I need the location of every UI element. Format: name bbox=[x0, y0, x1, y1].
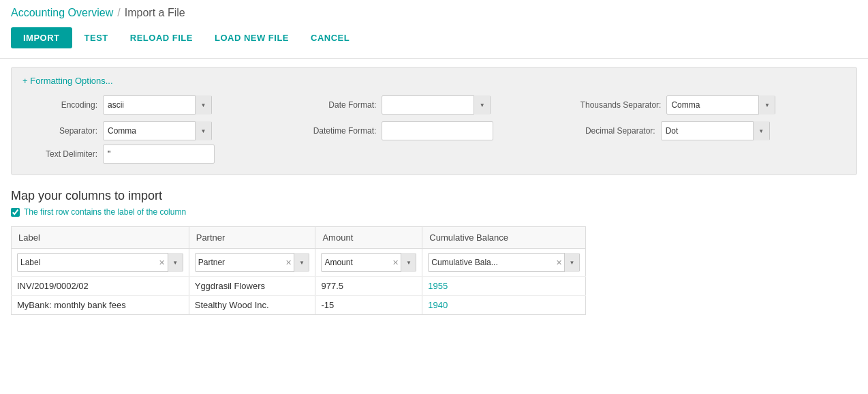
map-columns-title: Map your columns to import bbox=[11, 189, 857, 203]
text-delimiter-input-wrap bbox=[103, 145, 215, 164]
row1-partner: Yggdrasil Flowers bbox=[189, 277, 315, 296]
formatting-panel: + Formatting Options... Encoding: ascii … bbox=[11, 67, 857, 175]
encoding-value: ascii bbox=[104, 100, 195, 110]
page-wrapper: Accounting Overview / Import a File IMPO… bbox=[0, 0, 868, 394]
col-header-partner: Partner bbox=[189, 227, 315, 249]
amount-mapper[interactable]: Amount ✕ bbox=[321, 253, 416, 272]
col-header-amount: Amount bbox=[315, 227, 422, 249]
load-new-file-button[interactable]: LOAD NEW FILE bbox=[205, 27, 298, 48]
toolbar: IMPORT TEST RELOAD FILE LOAD NEW FILE CA… bbox=[11, 25, 857, 54]
table-header-row: Label Partner Amount Cumulative Balance bbox=[12, 227, 586, 249]
label-mapper-value: Label bbox=[18, 258, 157, 267]
cumulative-mapper-value: Cumulative Bala... bbox=[429, 258, 553, 267]
separator-value: Comma bbox=[104, 126, 195, 136]
cumulative-mapper[interactable]: Cumulative Bala... ✕ bbox=[428, 253, 580, 272]
breadcrumb-parent[interactable]: Accounting Overview bbox=[11, 7, 113, 19]
mapper-cell-label: Label ✕ bbox=[12, 249, 189, 277]
encoding-row: Encoding: ascii bbox=[22, 95, 288, 115]
partner-mapper-arrow[interactable] bbox=[294, 253, 309, 272]
breadcrumb-current: Import a File bbox=[125, 7, 185, 19]
breadcrumb-separator: / bbox=[117, 7, 120, 19]
separator-select[interactable]: Comma bbox=[103, 121, 212, 140]
row1-cumulative: 1955 bbox=[422, 277, 586, 296]
first-row-label: The first row contains the label of the … bbox=[24, 207, 186, 217]
encoding-select[interactable]: ascii bbox=[103, 95, 212, 115]
reload-file-button[interactable]: RELOAD FILE bbox=[121, 27, 202, 48]
test-button[interactable]: TEST bbox=[75, 27, 118, 48]
row2-partner: Stealthy Wood Inc. bbox=[189, 296, 315, 315]
cancel-button[interactable]: CANCEL bbox=[301, 27, 359, 48]
mapper-cell-cumulative: Cumulative Bala... ✕ bbox=[422, 249, 586, 277]
first-row-checkbox[interactable] bbox=[11, 208, 20, 217]
thousands-sep-label: Thousands Separator: bbox=[580, 100, 662, 110]
date-format-dropdown-arrow[interactable] bbox=[474, 95, 490, 115]
page-header: Accounting Overview / Import a File IMPO… bbox=[0, 0, 868, 59]
datetime-format-input[interactable] bbox=[382, 122, 493, 140]
table-row: INV/2019/0002/02 Yggdrasil Flowers 977.5… bbox=[12, 277, 586, 296]
row2-amount: -15 bbox=[315, 296, 422, 315]
table-row: MyBank: monthly bank fees Stealthy Wood … bbox=[12, 296, 586, 315]
label-mapper-close[interactable]: ✕ bbox=[157, 253, 168, 272]
text-delimiter-input[interactable] bbox=[104, 145, 214, 163]
datetime-format-input-wrap bbox=[382, 121, 493, 140]
import-table: Label Partner Amount Cumulative Balance … bbox=[11, 226, 586, 315]
formatting-toggle[interactable]: + Formatting Options... bbox=[22, 76, 113, 86]
row1-label: INV/2019/0002/02 bbox=[12, 277, 189, 296]
thousands-sep-value: Comma bbox=[667, 100, 758, 110]
amount-mapper-arrow[interactable] bbox=[401, 253, 416, 272]
breadcrumb: Accounting Overview / Import a File bbox=[11, 7, 857, 19]
mapper-cell-partner: Partner ✕ bbox=[189, 249, 315, 277]
thousands-sep-select[interactable]: Comma bbox=[666, 95, 775, 115]
separator-label: Separator: bbox=[22, 126, 97, 136]
separator-row: Separator: Comma bbox=[22, 121, 288, 140]
amount-mapper-close[interactable]: ✕ bbox=[390, 253, 401, 272]
date-format-label: Date Format: bbox=[301, 100, 376, 110]
row2-label: MyBank: monthly bank fees bbox=[12, 296, 189, 315]
row1-cumulative-link[interactable]: 1955 bbox=[428, 281, 448, 291]
label-mapper-arrow[interactable] bbox=[168, 253, 183, 272]
date-format-select[interactable] bbox=[382, 95, 491, 115]
map-columns-section: Map your columns to import The first row… bbox=[0, 183, 868, 326]
import-button[interactable]: IMPORT bbox=[11, 27, 72, 48]
separator-dropdown-arrow[interactable] bbox=[195, 121, 211, 140]
text-delimiter-row: Text Delimiter: bbox=[22, 145, 846, 164]
partner-mapper-value: Partner bbox=[196, 258, 283, 267]
row2-cumulative-link[interactable]: 1940 bbox=[428, 300, 448, 310]
encoding-dropdown-arrow[interactable] bbox=[195, 95, 211, 115]
amount-mapper-value: Amount bbox=[322, 258, 390, 267]
date-format-row: Date Format: bbox=[301, 95, 566, 115]
column-mapper-row: Label ✕ Partner ✕ bbox=[12, 249, 586, 277]
partner-mapper-close[interactable]: ✕ bbox=[283, 253, 294, 272]
decimal-sep-label: Decimal Separator: bbox=[580, 126, 655, 136]
decimal-sep-select[interactable]: Dot bbox=[661, 121, 770, 140]
text-delimiter-label: Text Delimiter: bbox=[22, 149, 97, 159]
decimal-sep-value: Dot bbox=[662, 126, 753, 136]
row1-amount: 977.5 bbox=[315, 277, 422, 296]
thousands-sep-dropdown-arrow[interactable] bbox=[758, 95, 775, 115]
label-mapper[interactable]: Label ✕ bbox=[17, 253, 183, 272]
decimal-sep-dropdown-arrow[interactable] bbox=[753, 121, 769, 140]
first-row-check: The first row contains the label of the … bbox=[11, 207, 857, 217]
datetime-format-row: Datetime Format: bbox=[301, 121, 566, 140]
col-header-label: Label bbox=[12, 227, 189, 249]
mapper-cell-amount: Amount ✕ bbox=[315, 249, 422, 277]
partner-mapper[interactable]: Partner ✕ bbox=[195, 253, 310, 272]
cumulative-mapper-close[interactable]: ✕ bbox=[553, 253, 564, 272]
encoding-label: Encoding: bbox=[22, 100, 97, 110]
col-header-cumulative: Cumulative Balance bbox=[422, 227, 586, 249]
thousands-sep-row: Thousands Separator: Comma bbox=[580, 95, 846, 115]
cumulative-mapper-arrow[interactable] bbox=[564, 253, 579, 272]
formatting-grid: Encoding: ascii Date Format: Thousands S… bbox=[22, 95, 846, 140]
datetime-format-label: Datetime Format: bbox=[301, 126, 376, 136]
row2-cumulative: 1940 bbox=[422, 296, 586, 315]
decimal-sep-row: Decimal Separator: Dot bbox=[580, 121, 846, 140]
